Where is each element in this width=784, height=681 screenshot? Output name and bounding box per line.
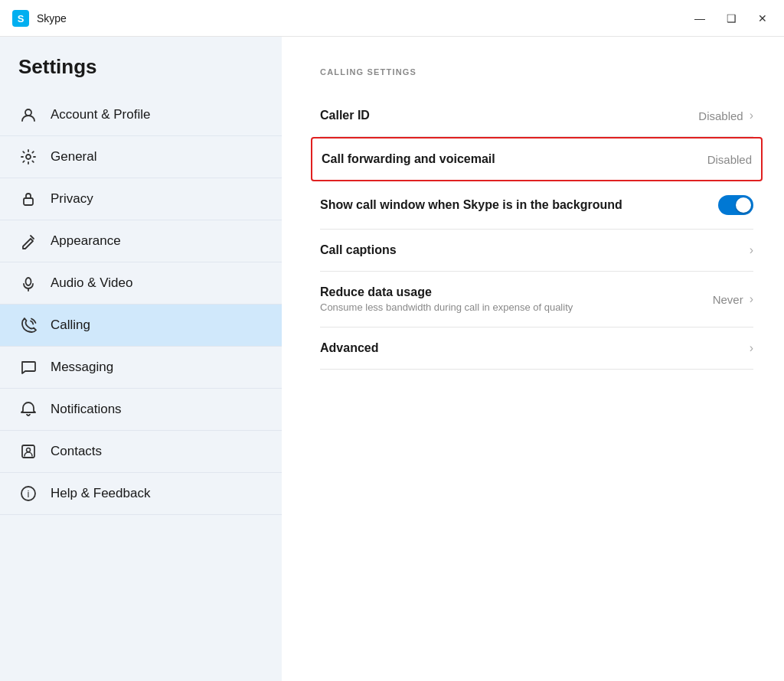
setting-row-advanced[interactable]: Advanced› [320, 327, 753, 370]
setting-left-reduce-data: Reduce data usageConsume less bandwidth … [320, 285, 713, 313]
sidebar-label-appearance: Appearance [51, 233, 121, 249]
svg-point-3 [26, 155, 31, 159]
title-bar: S Skype — ❑ ✕ [0, 0, 784, 37]
setting-sublabel-reduce-data: Consume less bandwidth during call in ex… [320, 301, 713, 313]
svg-point-8 [27, 448, 31, 452]
chevron-advanced: › [750, 341, 753, 355]
audio-video-icon [18, 273, 38, 293]
sidebar-label-general: General [51, 149, 96, 165]
sidebar-label-privacy: Privacy [51, 191, 93, 207]
setting-left-show-call-window: Show call window when Skype is in the ba… [320, 198, 718, 212]
setting-label-reduce-data: Reduce data usage [320, 285, 713, 299]
sidebar: Settings Account & ProfileGeneralPrivacy… [0, 37, 282, 681]
sidebar-label-contacts: Contacts [51, 444, 102, 459]
sidebar-item-general[interactable]: General [0, 136, 282, 178]
setting-label-advanced: Advanced [320, 341, 750, 355]
setting-right-call-forwarding: Disabled [707, 153, 752, 166]
svg-text:i: i [28, 488, 30, 500]
setting-label-call-captions: Call captions [320, 243, 750, 257]
setting-right-caller-id: Disabled› [698, 109, 753, 122]
notifications-icon [18, 399, 38, 419]
setting-value-call-forwarding: Disabled [707, 153, 752, 166]
skype-logo: S [12, 10, 29, 27]
setting-right-call-captions: › [750, 243, 753, 257]
appearance-icon [18, 231, 38, 251]
sidebar-item-help[interactable]: iHelp & Feedback [0, 473, 282, 515]
svg-point-2 [25, 109, 31, 116]
minimize-button[interactable]: — [690, 10, 710, 27]
general-icon [18, 147, 38, 167]
app-title: Skype [37, 12, 690, 24]
section-title: CALLING SETTINGS [320, 67, 753, 77]
sidebar-label-notifications: Notifications [51, 402, 122, 417]
sidebar-label-audio-video: Audio & Video [51, 275, 132, 291]
setting-row-caller-id[interactable]: Caller IDDisabled› [320, 95, 753, 137]
close-button[interactable]: ✕ [753, 10, 772, 27]
contacts-icon [18, 442, 38, 461]
sidebar-label-help: Help & Feedback [51, 486, 150, 501]
window-controls: — ❑ ✕ [690, 10, 772, 27]
content-area: CALLING SETTINGS Caller IDDisabled›Call … [282, 37, 784, 681]
setting-left-caller-id: Caller ID [320, 109, 698, 122]
chevron-call-captions: › [750, 243, 753, 257]
setting-right-advanced: › [750, 341, 753, 355]
sidebar-label-messaging: Messaging [51, 360, 113, 375]
setting-label-caller-id: Caller ID [320, 109, 698, 122]
toggle-show-call-window[interactable] [718, 195, 753, 215]
sidebar-item-account[interactable]: Account & Profile [0, 94, 282, 136]
sidebar-item-appearance[interactable]: Appearance [0, 220, 282, 262]
setting-left-call-forwarding: Call forwarding and voicemail [322, 152, 707, 166]
sidebar-label-account: Account & Profile [51, 107, 150, 122]
svg-rect-4 [24, 198, 33, 205]
privacy-icon [18, 189, 38, 209]
svg-text:S: S [18, 13, 24, 24]
main-layout: Settings Account & ProfileGeneralPrivacy… [0, 37, 784, 681]
sidebar-label-calling: Calling [51, 318, 90, 333]
account-icon [18, 105, 38, 125]
maximize-button[interactable]: ❑ [722, 10, 741, 27]
sidebar-item-messaging[interactable]: Messaging [0, 347, 282, 389]
sidebar-item-audio-video[interactable]: Audio & Video [0, 262, 282, 305]
setting-row-show-call-window[interactable]: Show call window when Skype is in the ba… [320, 181, 753, 230]
setting-right-show-call-window [718, 195, 753, 215]
setting-value-reduce-data: Never [713, 293, 743, 306]
setting-right-reduce-data: Never› [713, 292, 753, 306]
chevron-caller-id: › [750, 109, 753, 122]
help-icon: i [18, 484, 38, 503]
sidebar-title: Settings [0, 55, 282, 94]
setting-row-call-forwarding[interactable]: Call forwarding and voicemailDisabled [311, 137, 763, 181]
setting-row-call-captions[interactable]: Call captions› [320, 230, 753, 272]
sidebar-item-privacy[interactable]: Privacy [0, 178, 282, 220]
sidebar-item-calling[interactable]: Calling [0, 305, 282, 347]
setting-left-advanced: Advanced [320, 341, 750, 355]
setting-left-call-captions: Call captions [320, 243, 750, 257]
sidebar-item-contacts[interactable]: Contacts [0, 431, 282, 473]
messaging-icon [18, 357, 38, 377]
svg-point-5 [26, 278, 31, 285]
chevron-reduce-data: › [750, 292, 753, 306]
sidebar-item-notifications[interactable]: Notifications [0, 389, 282, 431]
setting-label-show-call-window: Show call window when Skype is in the ba… [320, 198, 718, 212]
setting-label-call-forwarding: Call forwarding and voicemail [322, 152, 707, 166]
setting-row-reduce-data[interactable]: Reduce data usageConsume less bandwidth … [320, 272, 753, 327]
setting-value-caller-id: Disabled [698, 109, 743, 122]
calling-icon [18, 315, 38, 335]
